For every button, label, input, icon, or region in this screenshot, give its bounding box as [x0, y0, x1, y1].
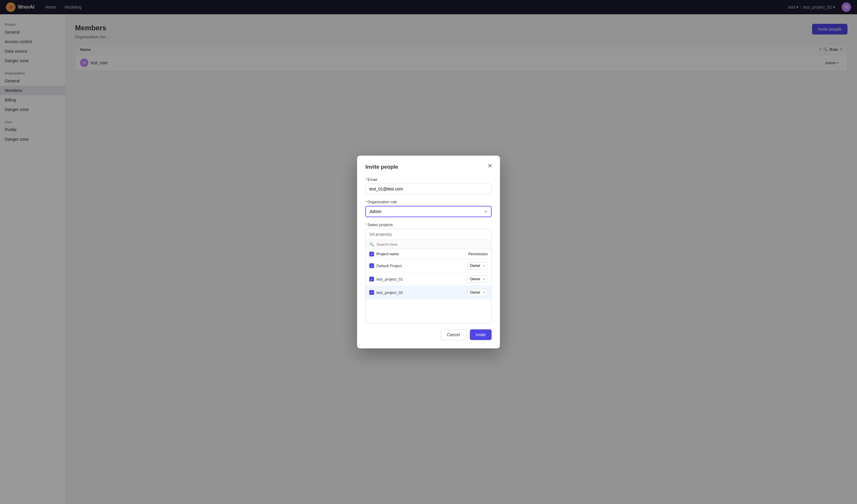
permission-select-01[interactable]: Owner Editor Viewer — [467, 275, 488, 283]
permission-select-02[interactable]: Owner Editor Viewer — [467, 289, 488, 296]
project-name-01: test_project_01 — [376, 277, 465, 282]
col-permission: Permission — [468, 252, 488, 256]
cancel-button[interactable]: Cancel — [441, 329, 466, 340]
invite-button[interactable]: Invite — [470, 329, 492, 340]
required-star-2: * — [365, 200, 367, 204]
projects-count: 3/3 project(s) — [366, 229, 491, 240]
project-name-02: test_project_02 — [376, 290, 465, 295]
invite-people-modal: Invite people ✕ * Email * Organization r… — [357, 156, 500, 348]
modal-footer: Cancel Invite — [365, 329, 492, 340]
projects-box: 3/3 project(s) 🔍 ✓ Project name Permissi… — [365, 229, 492, 323]
select-all-checkbox[interactable]: ✓ — [369, 252, 374, 256]
col-project-name: Project name — [376, 252, 466, 256]
search-icon-modal: 🔍 — [369, 242, 374, 247]
projects-search-area: 🔍 — [366, 240, 491, 249]
projects-search-input[interactable] — [376, 242, 488, 247]
project-checkbox-01[interactable]: ✓ — [369, 277, 374, 282]
project-row-01: ✓ test_project_01 Owner Editor Viewer — [366, 272, 491, 286]
projects-empty-area — [366, 299, 491, 323]
modal-title: Invite people — [365, 164, 492, 170]
modal-overlay[interactable]: Invite people ✕ * Email * Organization r… — [0, 0, 857, 504]
org-role-label: * Organization role — [365, 200, 492, 204]
project-checkbox-02[interactable]: ✓ — [369, 290, 374, 295]
org-role-select[interactable]: Admin Member Viewer — [365, 206, 492, 217]
required-star: * — [365, 177, 367, 182]
email-field[interactable] — [365, 184, 492, 194]
project-row-default: ✓ Default Project Owner Editor Viewer — [366, 259, 491, 272]
permission-select-default[interactable]: Owner Editor Viewer — [467, 262, 488, 269]
select-projects-label: * Select projects — [365, 222, 492, 227]
required-star-3: * — [365, 222, 367, 227]
project-checkbox-default[interactable]: ✓ — [369, 263, 374, 268]
project-name-default: Default Project — [376, 264, 465, 268]
project-row-02: ✓ test_project_02 Owner Editor Viewer — [366, 286, 491, 299]
modal-close-button[interactable]: ✕ — [486, 162, 494, 170]
email-label: * Email — [365, 177, 492, 182]
projects-table-header: ✓ Project name Permission — [366, 249, 491, 259]
